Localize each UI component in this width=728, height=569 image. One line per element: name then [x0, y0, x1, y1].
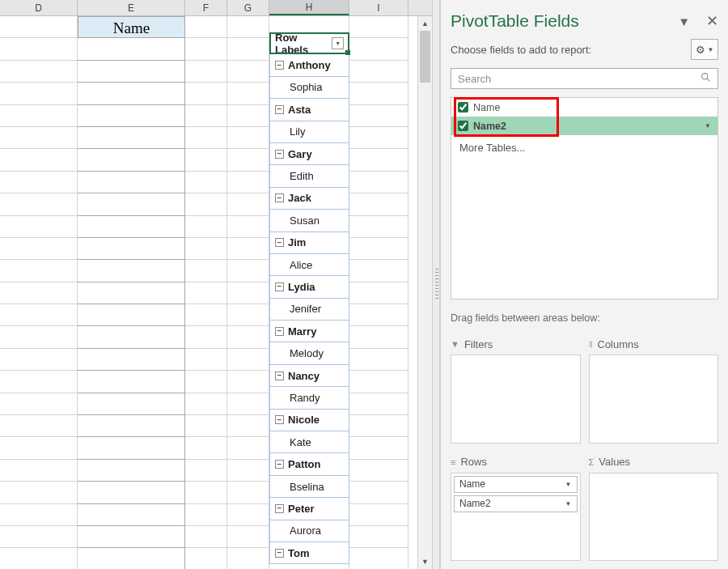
row-area-pill[interactable]: Name2▼ [454, 495, 578, 512]
scroll-up-arrow-icon[interactable]: ▲ [418, 16, 432, 31]
cell[interactable] [227, 216, 269, 238]
cell[interactable] [78, 83, 185, 104]
cell[interactable] [185, 16, 227, 38]
cell[interactable] [185, 437, 227, 459]
cell[interactable] [349, 238, 408, 260]
cell[interactable] [78, 193, 185, 215]
cell[interactable] [227, 482, 269, 503]
cell[interactable] [0, 526, 78, 548]
cell[interactable] [227, 61, 269, 83]
cell[interactable] [78, 504, 185, 526]
cell[interactable] [185, 105, 227, 127]
pivot-parent-row[interactable]: −Tom [269, 542, 349, 564]
cell[interactable] [0, 38, 78, 60]
column-header-g[interactable]: G [227, 0, 269, 15]
cell[interactable] [78, 304, 185, 326]
cell[interactable] [185, 548, 227, 569]
cell[interactable] [227, 393, 269, 415]
cell[interactable] [227, 349, 269, 371]
cell[interactable] [349, 504, 408, 526]
cell[interactable] [185, 371, 227, 393]
tools-gear-button[interactable]: ⚙ ▼ [691, 39, 718, 60]
pivot-child-row[interactable]: Bselina [269, 476, 349, 498]
cell[interactable] [0, 127, 78, 149]
cell[interactable] [78, 371, 185, 393]
collapse-icon[interactable]: − [275, 238, 284, 247]
cell[interactable] [78, 415, 185, 437]
collapse-icon[interactable]: − [275, 415, 284, 424]
cell[interactable] [185, 127, 227, 149]
cell[interactable] [227, 304, 269, 326]
cell[interactable] [185, 61, 227, 83]
pane-resize-handle[interactable] [432, 0, 440, 569]
cell[interactable] [185, 282, 227, 304]
cell[interactable] [185, 504, 227, 526]
cell[interactable] [349, 326, 408, 348]
vertical-scrollbar[interactable]: ▲ ▼ [417, 16, 432, 569]
cell[interactable] [78, 482, 185, 503]
cell[interactable] [0, 460, 78, 482]
cell[interactable] [78, 105, 185, 127]
pivot-parent-row[interactable]: −Anthony [269, 54, 349, 76]
cell[interactable] [349, 482, 408, 503]
cell[interactable] [78, 38, 185, 60]
cell[interactable] [227, 548, 269, 569]
chevron-down-icon[interactable]: ▼ [565, 481, 572, 488]
pivot-child-row[interactable]: Alice [269, 254, 349, 276]
cell[interactable] [78, 349, 185, 371]
cell[interactable] [78, 61, 185, 83]
filters-area[interactable] [451, 355, 581, 444]
collapse-icon[interactable]: − [275, 327, 284, 336]
scrollbar-thumb[interactable] [420, 31, 430, 83]
more-tables-link[interactable]: More Tables... [451, 135, 717, 160]
field-checkbox[interactable] [458, 102, 468, 113]
pivot-parent-row[interactable]: −Jack [269, 188, 349, 210]
cell[interactable] [349, 460, 408, 482]
cell[interactable] [0, 105, 78, 127]
cell[interactable] [349, 172, 408, 193]
cell[interactable] [78, 172, 185, 193]
pivot-child-row[interactable]: Lily [269, 121, 349, 143]
cell[interactable] [78, 526, 185, 548]
cell[interactable] [349, 127, 408, 149]
pivot-parent-row[interactable]: −Asta [269, 99, 349, 121]
cell[interactable] [349, 16, 408, 38]
cell[interactable] [78, 127, 185, 149]
collapse-icon[interactable]: − [275, 372, 284, 380]
cell[interactable] [227, 105, 269, 127]
name-header-cell[interactable]: Name [78, 16, 185, 38]
cell[interactable] [78, 282, 185, 304]
cell[interactable] [0, 216, 78, 238]
collapse-icon[interactable]: − [275, 105, 284, 114]
cell[interactable] [349, 193, 408, 215]
cell[interactable] [78, 149, 185, 171]
pivot-parent-row[interactable]: −Gary [269, 143, 349, 165]
cell[interactable] [349, 282, 408, 304]
cell[interactable] [0, 172, 78, 193]
pivot-child-row[interactable]: Aurora [269, 520, 349, 542]
cell[interactable] [349, 437, 408, 459]
cell[interactable] [227, 149, 269, 171]
pivot-parent-row[interactable]: −Jim [269, 232, 349, 254]
columns-area[interactable] [589, 355, 719, 444]
cell[interactable] [227, 38, 269, 60]
cell[interactable] [0, 393, 78, 415]
cell[interactable] [185, 526, 227, 548]
cell[interactable] [349, 371, 408, 393]
cell[interactable] [349, 260, 408, 282]
pivot-child-row[interactable]: Randy [269, 387, 349, 409]
cell[interactable] [78, 326, 185, 348]
cell[interactable] [227, 238, 269, 260]
cell[interactable] [0, 482, 78, 503]
pivot-parent-row[interactable]: −Marry [269, 321, 349, 342]
chevron-down-icon[interactable]: ▼ [705, 122, 711, 130]
cell[interactable] [185, 393, 227, 415]
cell[interactable] [227, 326, 269, 348]
cell[interactable] [78, 437, 185, 459]
filter-dropdown-icon[interactable]: ▼ [332, 37, 344, 49]
column-header-e[interactable]: E [78, 0, 185, 15]
cell[interactable] [0, 415, 78, 437]
pivot-child-row[interactable]: Edith [269, 165, 349, 187]
worksheet[interactable]: D E F G H I Name Row Labels▼−AnthonySoph… [0, 0, 432, 569]
field-row-name[interactable]: Name [451, 98, 717, 117]
